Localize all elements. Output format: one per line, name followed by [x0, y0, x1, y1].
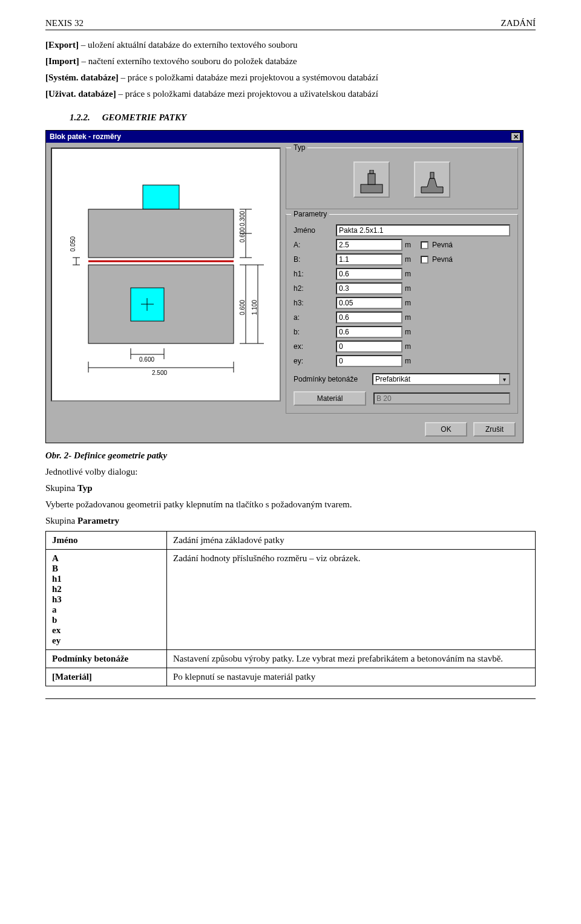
- label-ex: ex:: [294, 342, 336, 351]
- dialog-blok-patek: Blok patek - rozměry ✕: [45, 130, 524, 443]
- svg-rect-35: [430, 172, 434, 178]
- material-button[interactable]: Materiál: [294, 391, 366, 406]
- dialog-titlebar[interactable]: Blok patek - rozměry ✕: [46, 131, 523, 143]
- label-b: b:: [294, 328, 336, 336]
- label-h2: h2:: [294, 284, 336, 293]
- svg-rect-1: [88, 209, 234, 258]
- table-value: Nastavení způsobu výroby patky. Lze vybr…: [167, 650, 536, 668]
- svg-text:1.100: 1.100: [251, 300, 258, 315]
- intro-line-3: [Systém. databáze] – práce s položkami d…: [45, 71, 536, 84]
- input-B[interactable]: 1.1: [336, 253, 402, 265]
- svg-text:0.050: 0.050: [70, 236, 76, 252]
- label-B: B:: [294, 255, 336, 264]
- svg-text:0.600: 0.600: [139, 356, 154, 363]
- dialog-lead: Jednotlivé volby dialogu:: [45, 466, 536, 478]
- svg-text:0.600: 0.600: [239, 227, 246, 242]
- header-left: NEXIS 32: [45, 18, 84, 28]
- footer-rule: [45, 698, 536, 723]
- label-h3: h3:: [294, 299, 336, 307]
- close-icon[interactable]: ✕: [511, 132, 520, 141]
- label-ey: ey:: [294, 357, 336, 365]
- input-h3[interactable]: 0.05: [336, 297, 402, 309]
- checkbox-pevna-A[interactable]: Pevná: [421, 241, 510, 249]
- svg-rect-32: [368, 174, 375, 184]
- input-a[interactable]: 0.6: [336, 311, 402, 324]
- label-A: A:: [294, 241, 336, 249]
- ok-button[interactable]: OK: [425, 422, 467, 437]
- skupina-parametry-heading: Skupina Parametry: [45, 515, 536, 527]
- dialog-title: Blok patek - rozměry: [50, 132, 121, 141]
- input-h1[interactable]: 0.6: [336, 268, 402, 280]
- input-h2[interactable]: 0.3: [336, 282, 402, 294]
- table-key: Jméno: [46, 532, 167, 550]
- group-typ: [286, 148, 518, 209]
- table-key: ABh1h2h3abexey: [46, 550, 167, 650]
- typ-option-2[interactable]: [414, 161, 450, 198]
- header-rule: [45, 30, 536, 30]
- section-heading: 1.2.2.GEOMETRIE PATKY: [70, 112, 536, 123]
- combo-podminky[interactable]: Prefabrikát: [372, 373, 510, 385]
- table-value: Zadání hodnoty příslušného rozměru – viz…: [167, 550, 536, 650]
- svg-text:2.500: 2.500: [152, 369, 167, 376]
- svg-rect-31: [361, 184, 382, 193]
- figure-caption: Obr. 2- Definice geometrie patky: [45, 449, 536, 462]
- label-a: a:: [294, 313, 336, 322]
- skupina-typ-text: Vyberte požadovanou geometrii patky klep…: [45, 498, 536, 511]
- label-podminky: Podmínky betonáže: [294, 375, 366, 383]
- label-h1: h1:: [294, 270, 336, 278]
- typ-option-1[interactable]: [353, 161, 390, 198]
- group-parametry: Jméno Pakta 2.5x1.1 A: 2.5 m Pevná B: 1.…: [286, 214, 518, 414]
- svg-text:0.600: 0.600: [239, 300, 246, 315]
- table-key: Podmínky betonáže: [46, 650, 167, 668]
- table-value: Po klepnutí se nastavuje materiál patky: [167, 668, 536, 686]
- intro-line-1: [Export] – uložení aktuální databáze do …: [45, 39, 536, 51]
- input-A[interactable]: 2.5: [336, 239, 402, 251]
- svg-text:0.300: 0.300: [239, 211, 246, 226]
- svg-marker-34: [421, 178, 443, 193]
- cancel-button[interactable]: Zrušit: [473, 422, 516, 437]
- material-value: B 20: [373, 392, 510, 405]
- svg-rect-33: [370, 170, 373, 174]
- input-jmeno[interactable]: Pakta 2.5x1.1: [336, 224, 510, 236]
- header-right: ZADÁNÍ: [501, 18, 536, 28]
- input-b[interactable]: 0.6: [336, 326, 402, 338]
- intro-line-4: [Uživat. databáze] – práce s položkami d…: [45, 88, 536, 100]
- page-header: NEXIS 32 ZADÁNÍ: [45, 18, 536, 30]
- table-value: Zadání jména základové patky: [167, 532, 536, 550]
- label-jmeno: Jméno: [294, 226, 336, 235]
- table-key: [Materiál]: [46, 668, 167, 686]
- input-ex[interactable]: 0: [336, 340, 402, 353]
- chevron-down-icon: [499, 374, 509, 384]
- parameters-table: JménoZadání jména základové patkyABh1h2h…: [45, 531, 536, 686]
- preview-pane: 0.050 0.600 0.300 0.600 1.100 0.600 2.50…: [51, 148, 281, 402]
- intro-line-2: [Import] – načtení externího textového s…: [45, 55, 536, 68]
- checkbox-pevna-B[interactable]: Pevná: [421, 255, 510, 264]
- svg-rect-0: [143, 185, 179, 209]
- skupina-typ-heading: Skupina Typ: [45, 482, 536, 495]
- input-ey[interactable]: 0: [336, 355, 402, 367]
